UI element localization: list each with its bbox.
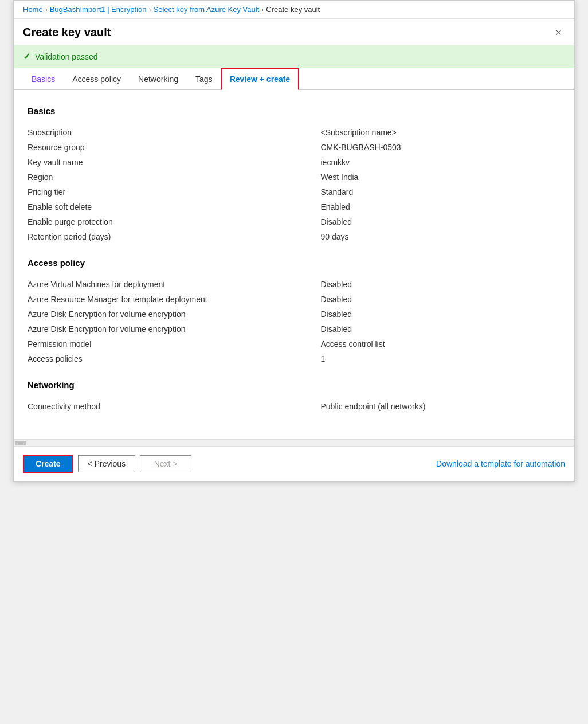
- soft-delete-label: Enable soft delete: [28, 199, 321, 214]
- table-row: Azure Virtual Machines for deployment Di…: [28, 277, 560, 292]
- breadcrumb-select-key[interactable]: Select key from Azure Key Vault: [154, 5, 260, 14]
- subscription-label: Subscription: [28, 125, 321, 140]
- footer: Create < Previous Next > Download a temp…: [14, 446, 574, 481]
- table-row: Resource group CMK-BUGBASH-0503: [28, 140, 560, 155]
- disk-encryption-1-label: Azure Disk Encryption for volume encrypt…: [28, 307, 321, 322]
- resource-group-value: CMK-BUGBASH-0503: [321, 140, 561, 155]
- networking-section-title: Networking: [28, 380, 560, 390]
- basics-section-title: Basics: [28, 106, 560, 116]
- tab-basics[interactable]: Basics: [23, 68, 64, 90]
- breadcrumb-home[interactable]: Home: [23, 5, 43, 14]
- subscription-value: <Subscription name>: [321, 125, 561, 140]
- pricing-tier-label: Pricing tier: [28, 185, 321, 199]
- basics-table: Subscription <Subscription name> Resourc…: [28, 125, 560, 244]
- table-row: Pricing tier Standard: [28, 185, 560, 199]
- download-template-link[interactable]: Download a template for automation: [436, 459, 565, 468]
- table-row: Key vault name iecmkkv: [28, 155, 560, 170]
- table-row: Access policies 1: [28, 351, 560, 366]
- arm-template-value: Disabled: [321, 292, 561, 307]
- retention-period-label: Retention period (days): [28, 229, 321, 244]
- access-policy-section: Access policy Azure Virtual Machines for…: [28, 258, 560, 366]
- breadcrumb: Home › BugBashImport1 | Encryption › Sel…: [14, 1, 574, 19]
- close-button[interactable]: ×: [552, 26, 565, 39]
- hscroll-thumb[interactable]: [15, 441, 26, 445]
- breadcrumb-sep-3: ›: [261, 6, 264, 14]
- tab-tags[interactable]: Tags: [187, 68, 221, 90]
- connectivity-method-value: Public endpoint (all networks): [321, 399, 561, 414]
- validation-text: Validation passed: [35, 52, 97, 61]
- connectivity-method-label: Connectivity method: [28, 399, 321, 414]
- tabs-container: Basics Access policy Networking Tags Rev…: [14, 68, 574, 90]
- breadcrumb-sep-1: ›: [45, 6, 48, 14]
- table-row: Connectivity method Public endpoint (all…: [28, 399, 560, 414]
- vm-deployment-label: Azure Virtual Machines for deployment: [28, 277, 321, 292]
- table-row: Azure Disk Encryption for volume encrypt…: [28, 322, 560, 336]
- networking-table: Connectivity method Public endpoint (all…: [28, 399, 560, 414]
- table-row: Subscription <Subscription name>: [28, 125, 560, 140]
- permission-model-label: Permission model: [28, 336, 321, 351]
- tab-access-policy[interactable]: Access policy: [64, 68, 130, 90]
- next-button[interactable]: Next >: [140, 455, 191, 472]
- table-row: Retention period (days) 90 days: [28, 229, 560, 244]
- vm-deployment-value: Disabled: [321, 277, 561, 292]
- soft-delete-value: Enabled: [321, 199, 561, 214]
- table-row: Azure Resource Manager for template depl…: [28, 292, 560, 307]
- previous-button[interactable]: < Previous: [78, 455, 136, 472]
- create-key-vault-window: Home › BugBashImport1 | Encryption › Sel…: [13, 0, 575, 482]
- breadcrumb-current: Create key vault: [266, 5, 320, 14]
- pricing-tier-value: Standard: [321, 185, 561, 199]
- tab-networking[interactable]: Networking: [130, 68, 187, 90]
- create-button[interactable]: Create: [23, 455, 73, 473]
- access-policies-label: Access policies: [28, 351, 321, 366]
- page-title: Create key vault: [23, 26, 111, 39]
- resource-group-label: Resource group: [28, 140, 321, 155]
- access-policy-section-title: Access policy: [28, 258, 560, 268]
- validation-check-icon: ✓: [23, 51, 30, 62]
- basics-section: Basics Subscription <Subscription name> …: [28, 106, 560, 244]
- table-row: Region West India: [28, 170, 560, 185]
- breadcrumb-sep-2: ›: [149, 6, 151, 14]
- purge-protection-value: Disabled: [321, 214, 561, 229]
- access-policy-table: Azure Virtual Machines for deployment Di…: [28, 277, 560, 366]
- networking-section: Networking Connectivity method Public en…: [28, 380, 560, 414]
- retention-period-value: 90 days: [321, 229, 561, 244]
- validation-banner: ✓ Validation passed: [14, 45, 574, 68]
- arm-template-label: Azure Resource Manager for template depl…: [28, 292, 321, 307]
- title-bar: Create key vault ×: [14, 19, 574, 45]
- region-label: Region: [28, 170, 321, 185]
- table-row: Enable soft delete Enabled: [28, 199, 560, 214]
- access-policies-value: 1: [321, 351, 561, 366]
- table-row: Permission model Access control list: [28, 336, 560, 351]
- table-row: Azure Disk Encryption for volume encrypt…: [28, 307, 560, 322]
- table-row: Enable purge protection Disabled: [28, 214, 560, 229]
- tab-review-create[interactable]: Review + create: [221, 68, 299, 90]
- region-value: West India: [321, 170, 561, 185]
- permission-model-value: Access control list: [321, 336, 561, 351]
- disk-encryption-2-label: Azure Disk Encryption for volume encrypt…: [28, 322, 321, 336]
- key-vault-name-value: iecmkkv: [321, 155, 561, 170]
- content-area: Basics Subscription <Subscription name> …: [14, 90, 574, 439]
- key-vault-name-label: Key vault name: [28, 155, 321, 170]
- horizontal-scrollbar[interactable]: [14, 439, 574, 446]
- breadcrumb-encryption[interactable]: BugBashImport1 | Encryption: [50, 5, 147, 14]
- purge-protection-label: Enable purge protection: [28, 214, 321, 229]
- disk-encryption-1-value: Disabled: [321, 307, 561, 322]
- disk-encryption-2-value: Disabled: [321, 322, 561, 336]
